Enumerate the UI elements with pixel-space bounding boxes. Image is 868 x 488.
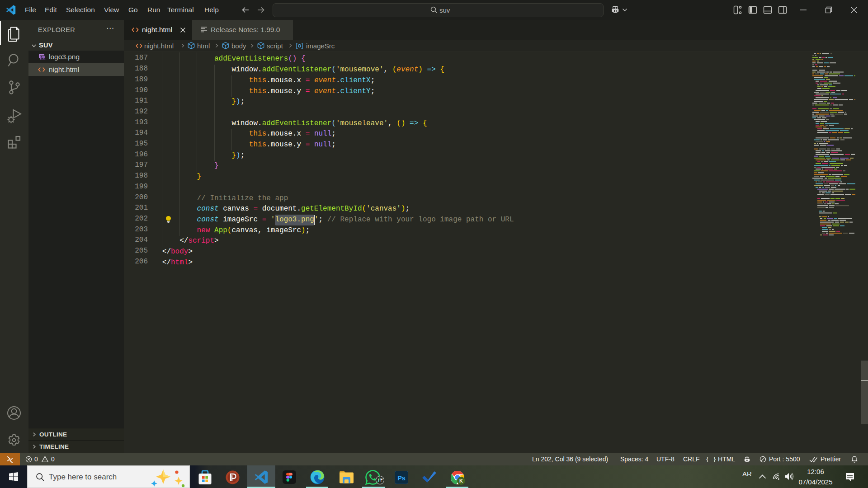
svg-text:Ps: Ps	[397, 474, 406, 482]
